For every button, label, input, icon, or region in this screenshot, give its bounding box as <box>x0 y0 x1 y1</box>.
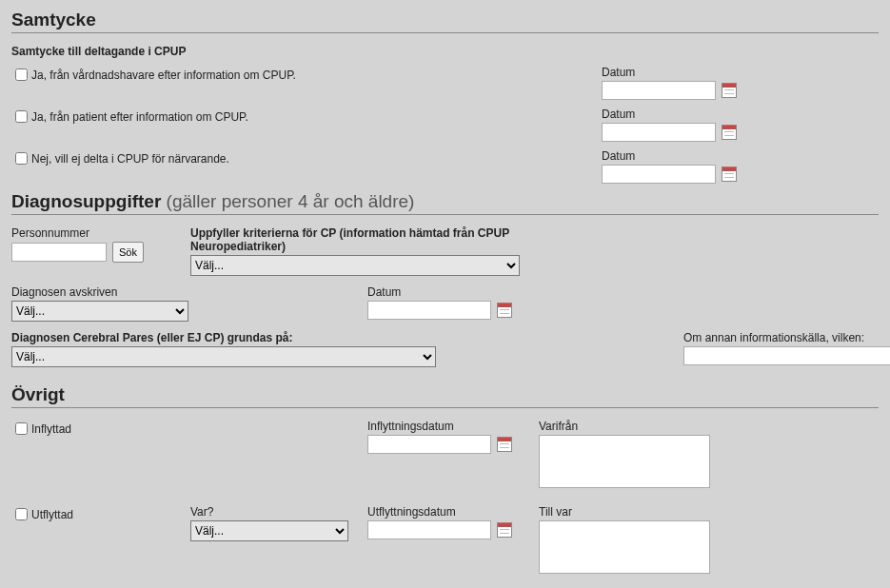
utflytt-datum-label: Utflyttningsdatum <box>367 505 539 519</box>
avskriven-label: Diagnosen avskriven <box>11 285 367 299</box>
avskriven-select[interactable]: Välj... <box>11 301 188 322</box>
consent-decline-datum-label: Datum <box>602 149 849 163</box>
samtycke-subheading: Samtycke till deltagande i CPUP <box>11 45 879 58</box>
diag-datum-input[interactable] <box>367 301 491 320</box>
utflyttad-label: Utflyttad <box>31 508 73 521</box>
tillvar-label: Till var <box>539 505 879 519</box>
consent-patient-checkbox[interactable] <box>15 110 28 123</box>
diag-datum-label: Datum <box>367 285 512 299</box>
consent-patient-datum-label: Datum <box>602 108 849 121</box>
consent-patient-label: Ja, från patient efter information om CP… <box>31 110 248 124</box>
inflytt-datum-input[interactable] <box>367 435 491 454</box>
section-title-text: Samtycke <box>11 10 96 29</box>
consent-decline-checkbox[interactable] <box>15 152 28 165</box>
consent-guardian-label: Ja, från vårdnadshavare efter informatio… <box>31 69 296 82</box>
consent-row-decline: Nej, vill ej delta i CPUP för närvarande… <box>11 149 879 184</box>
diagnos-grid: Personnummer Sök Uppfyller kriterierna f… <box>11 226 879 367</box>
section-title-samtycke: Samtycke <box>11 10 879 33</box>
inflyttad-checkbox[interactable] <box>15 422 28 435</box>
consent-guardian-datum-label: Datum <box>602 66 849 79</box>
kriterier-select[interactable]: Välj... <box>190 255 520 276</box>
personnummer-label: Personnummer <box>11 226 190 240</box>
var-select[interactable]: Välj... <box>190 520 348 541</box>
inflytt-datum-label: Inflyttningsdatum <box>367 420 539 433</box>
calendar-icon[interactable] <box>497 522 512 538</box>
calendar-icon[interactable] <box>497 303 512 318</box>
tillvar-textarea[interactable] <box>539 520 710 574</box>
consent-patient-datum-input[interactable] <box>602 123 716 142</box>
inflyttad-label: Inflyttad <box>31 422 71 436</box>
consent-guardian-checkbox[interactable] <box>15 69 28 81</box>
calendar-icon[interactable] <box>722 167 737 182</box>
consent-decline-datum-input[interactable] <box>602 165 716 184</box>
utflytt-datum-input[interactable] <box>367 520 491 539</box>
var-label: Var? <box>190 505 367 519</box>
consent-row-guardian: Ja, från vårdnadshavare efter informatio… <box>11 66 879 100</box>
kriterier-label: Uppfyller kriterierna för CP (informatio… <box>190 226 543 253</box>
ovrigt-title: Övrigt <box>11 384 65 404</box>
grund-select[interactable]: Välj... <box>11 346 436 367</box>
sok-button[interactable]: Sök <box>112 242 144 263</box>
diagnos-title: Diagnosuppgifter <box>11 191 161 211</box>
ovrigt-utflyttad-row: Utflyttad Var? Välj... Utflyttningsdatum… <box>11 505 879 574</box>
varifran-textarea[interactable] <box>539 435 710 488</box>
diagnos-title-suffix: (gäller personer 4 år och äldre) <box>161 191 414 211</box>
section-title-diagnos: Diagnosuppgifter (gäller personer 4 år o… <box>11 191 879 215</box>
annan-input[interactable] <box>683 346 890 365</box>
varifran-label: Varifrån <box>539 420 879 433</box>
calendar-icon[interactable] <box>722 125 737 140</box>
utflyttad-checkbox[interactable] <box>15 508 28 520</box>
personnummer-input[interactable] <box>11 243 107 262</box>
section-title-ovrigt: Övrigt <box>11 384 879 408</box>
calendar-icon[interactable] <box>722 83 737 98</box>
ovrigt-inflyttad-row: Inflyttad Inflyttningsdatum Varifrån <box>11 420 879 488</box>
consent-guardian-datum-input[interactable] <box>602 81 716 100</box>
calendar-icon[interactable] <box>497 437 512 452</box>
annan-label: Om annan informationskälla, vilken: <box>683 331 890 344</box>
consent-row-patient: Ja, från patient efter information om CP… <box>11 108 879 142</box>
consent-decline-label: Nej, vill ej delta i CPUP för närvarande… <box>31 152 229 166</box>
grund-label: Diagnosen Cerebral Pares (eller EJ CP) g… <box>11 331 436 344</box>
consent-block: Ja, från vårdnadshavare efter informatio… <box>11 66 879 184</box>
